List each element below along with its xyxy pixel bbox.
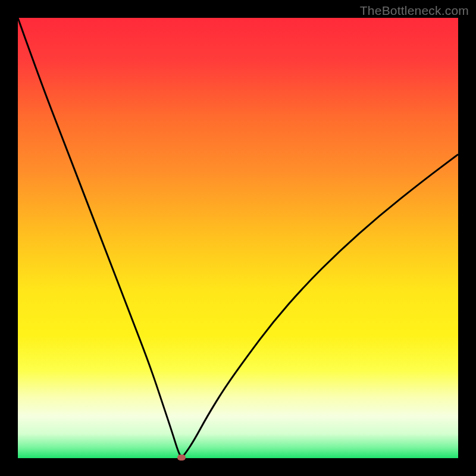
gradient-background bbox=[18, 18, 458, 458]
plot-area bbox=[18, 18, 458, 458]
watermark-text: TheBottleneck.com bbox=[360, 4, 469, 18]
outer-frame: TheBottleneck.com bbox=[0, 0, 476, 476]
minimum-marker bbox=[177, 455, 186, 461]
chart-svg bbox=[18, 18, 458, 458]
